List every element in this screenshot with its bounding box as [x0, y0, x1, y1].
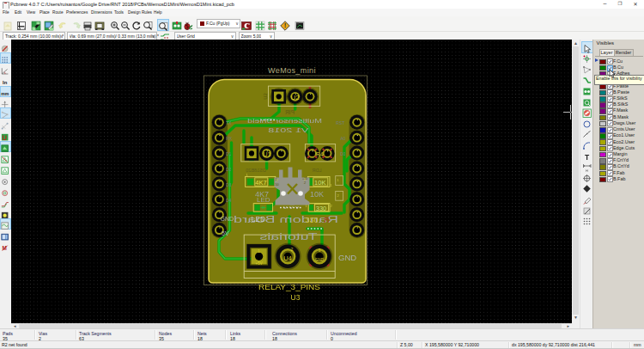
svg-text:Tutoriais: Tutoriais [260, 232, 318, 242]
svg-text:RST: RST [336, 120, 344, 126]
svg-text:5V: 5V [222, 230, 229, 236]
svg-text:LDR: LDR [312, 168, 321, 173]
svg-text:330: 330 [316, 205, 327, 212]
svg-text:R4: R4 [316, 151, 324, 157]
svg-text:TX: TX [226, 120, 232, 126]
svg-text:WeMos_mini: WeMos_mini [268, 66, 316, 75]
svg-text:+5V: +5V [256, 261, 263, 266]
svg-text:V1 2018: V1 2018 [267, 126, 308, 134]
svg-text:T: T [584, 153, 589, 162]
svg-text:U2: U2 [291, 94, 301, 101]
svg-text:!: ! [284, 22, 286, 28]
svg-text:GND: GND [338, 253, 356, 262]
svg-text:D3: D3 [226, 182, 232, 187]
svg-text:PIR: PIR [285, 109, 295, 115]
svg-text:A0: A0 [340, 136, 345, 141]
svg-text:10K: 10K [310, 190, 324, 199]
svg-text:D1: D1 [226, 151, 232, 156]
svg-text:U1: U1 [264, 151, 271, 157]
svg-text:4K7: 4K7 [255, 179, 266, 187]
svg-text:DS18B20: DS18B20 [246, 168, 266, 173]
svg-text:R: R [323, 216, 329, 224]
svg-text:D4: D4 [226, 198, 232, 203]
svg-text:330: 330 [306, 216, 319, 224]
svg-text:U2: U2 [263, 93, 268, 100]
svg-text:50: 50 [276, 183, 279, 187]
svg-text:LED: LED [252, 215, 266, 223]
svg-text:Random Board: Random Board [234, 215, 338, 224]
svg-text:Multisensor Shield: Multisensor Shield [247, 117, 322, 125]
svg-text:GND: GND [315, 258, 325, 262]
svg-text:D0: D0 [340, 151, 346, 156]
svg-text:RELAY_3_PINS: RELAY_3_PINS [258, 283, 320, 291]
svg-text:U3: U3 [291, 293, 301, 302]
svg-text:In: In [3, 80, 8, 85]
svg-text:LED: LED [257, 196, 270, 204]
svg-text:2: 2 [304, 181, 306, 185]
svg-text:RX: RX [226, 136, 233, 141]
svg-text:mm: mm [1, 90, 9, 95]
svg-text:10K: 10K [314, 179, 325, 187]
svg-text:GND: GND [221, 216, 234, 222]
svg-text:U4: U4 [283, 254, 292, 262]
svg-text:D2: D2 [226, 167, 232, 172]
